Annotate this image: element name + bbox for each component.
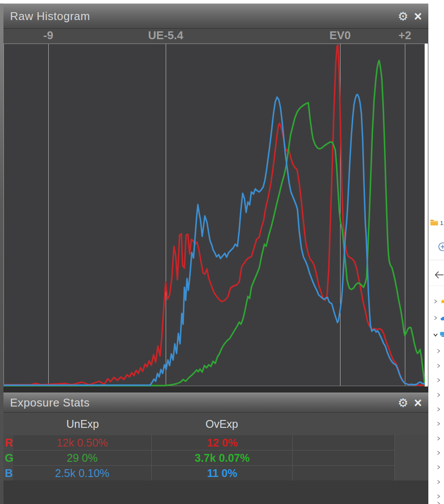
star-icon[interactable] [440,298,444,306]
tree-row [428,493,444,499]
chevron-right-icon[interactable] [436,406,441,414]
histogram-svg [3,44,425,386]
tree-row [428,501,444,504]
histogram-curve-b [3,94,425,385]
exposure-stats-title: Exposure Stats [3,396,398,410]
tree-row [428,406,444,412]
tree-row [428,420,444,427]
histogram-plot[interactable] [3,44,425,386]
channel-label-r: R [5,435,13,450]
axis-label: -9 [43,29,53,42]
tree-row [428,348,444,354]
stats-column-headers: UnExp OvExp [3,413,428,435]
folder-name-label: 1. [440,220,444,226]
histogram-curve-g [3,60,425,386]
unexp-cell-g: 29 0% [13,450,151,466]
channel-label-g: G [5,450,13,466]
raw-histogram-titlebar[interactable]: Raw Histogram ⚙ × [3,3,428,29]
settings-gear-icon[interactable]: ⚙ [398,10,408,22]
tree-row [428,377,444,383]
tree-row [428,315,444,321]
tree-row [428,450,444,456]
column-header-ovexp: OvExp [205,413,238,435]
stats-table: R 12k 0.50% 12 0% G 29 0% 3.7k 0.07% B 2… [3,435,428,480]
close-icon[interactable]: × [414,396,422,410]
folder-icon[interactable] [430,219,438,227]
tree-row [428,331,444,337]
ovexp-cell-b: 11 0% [151,466,293,480]
add-plus-icon[interactable] [438,242,444,253]
axis-label: +2 [398,29,411,42]
chevron-right-icon[interactable] [436,420,441,428]
chevron-right-icon[interactable] [436,479,441,487]
back-arrow-icon[interactable] [434,271,444,281]
histogram-curve-r [3,45,425,385]
empty-cell-b [292,466,395,480]
chevron-right-icon[interactable] [436,392,441,400]
chevron-right-icon[interactable] [436,363,441,370]
monitor-icon[interactable] [440,331,444,339]
tree-row [428,435,444,441]
chevron-right-icon[interactable] [436,435,441,443]
chevron-right-icon[interactable] [436,464,441,472]
chevron-right-icon[interactable] [433,315,438,323]
exposure-stats-titlebar-icons: ⚙ × [398,396,428,410]
raw-histogram-title: Raw Histogram [3,10,398,23]
tree-row [428,479,444,485]
file-explorer-sliver[interactable]: 1. [428,0,444,504]
axis-label: EV0 [329,29,351,42]
cloud-icon[interactable] [440,315,444,323]
tree-row [428,392,444,398]
unexp-cell-r: 12k 0.50% [13,435,151,450]
axis-strip: -9UE-5.4EV0+2 [3,29,428,44]
chevron-down-icon[interactable] [433,331,438,339]
table-row-blue: B 2.5k 0.10% 11 0% [3,466,428,480]
chevron-right-icon[interactable] [436,450,441,457]
app-left-edge [0,3,3,504]
unexp-cell-b: 2.5k 0.10% [13,466,151,480]
tree-row [428,464,444,470]
divider [428,260,444,260]
chevron-right-icon[interactable] [433,298,438,306]
chevron-right-icon[interactable] [436,348,441,356]
chevron-right-icon[interactable] [436,493,441,501]
close-icon[interactable]: × [414,10,422,23]
tree-row [428,363,444,369]
stats-panel-empty-area [3,480,428,504]
axis-label: UE-5.4 [148,29,184,42]
exposure-stats-titlebar[interactable]: Exposure Stats ⚙ × [3,393,428,413]
chevron-right-icon[interactable] [436,501,441,504]
panel-gap [3,386,428,393]
divider [428,286,444,286]
empty-cell-r [292,435,395,450]
table-row-green: G 29 0% 3.7k 0.07% [3,450,428,466]
empty-cell-g [292,450,395,466]
column-header-unexp: UnExp [66,413,99,435]
channel-label-b: B [5,466,13,480]
tree-row [428,298,444,304]
ovexp-cell-g: 3.7k 0.07% [151,450,293,466]
raw-histogram-titlebar-icons: ⚙ × [398,10,428,23]
table-row-red: R 12k 0.50% 12 0% [3,435,428,450]
settings-gear-icon[interactable]: ⚙ [398,397,408,409]
ovexp-cell-r: 12 0% [151,435,293,450]
chevron-right-icon[interactable] [436,377,441,385]
